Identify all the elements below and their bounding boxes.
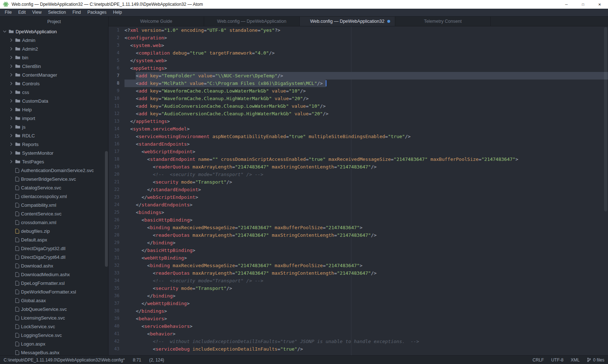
- tree-folder-controls[interactable]: Controls: [0, 79, 108, 88]
- code-line-3[interactable]: <system.web>: [124, 42, 608, 49]
- file-path[interactable]: C:\inetpub\DPE_1.11.149.0\DpeWebApplicat…: [4, 357, 125, 363]
- line-number[interactable]: 39: [109, 315, 119, 322]
- line-number[interactable]: 8: [109, 80, 119, 87]
- line-number[interactable]: 7: [109, 72, 119, 80]
- tab-welcome-guide[interactable]: Welcome Guide: [109, 17, 204, 26]
- code-line-34[interactable]: <!-- <security mode="Transport" /> -->: [124, 277, 608, 284]
- menu-selection[interactable]: Selection: [45, 9, 69, 16]
- line-number[interactable]: 12: [109, 110, 119, 117]
- chevron-icon[interactable]: [9, 116, 13, 120]
- chevron-icon[interactable]: [9, 134, 13, 138]
- line-number[interactable]: 1: [109, 26, 119, 34]
- line-number[interactable]: 25: [109, 209, 119, 216]
- menu-packages[interactable]: Packages: [84, 9, 110, 16]
- tree-file-browserbridgeservice-svc[interactable]: BrowserBridgeService.svc: [0, 175, 108, 183]
- line-number[interactable]: 11: [109, 102, 119, 110]
- line-number[interactable]: 3: [109, 42, 119, 49]
- encoding-indicator[interactable]: UTF-8: [551, 357, 563, 363]
- line-number[interactable]: 18: [109, 155, 119, 163]
- tree-file-clientaccesspolicy-xml[interactable]: clientaccesspolicy.xml: [0, 192, 108, 201]
- line-number-gutter[interactable]: 1234567891011121314151617181920212223242…: [109, 26, 124, 355]
- code-line-20[interactable]: <!-- <security mode="Transport" /> -->: [124, 171, 608, 178]
- code-line-41[interactable]: <behavior>: [124, 330, 608, 338]
- tree-file-authenticationdomainservice2-svc[interactable]: AuthenticationDomainService2.svc: [0, 166, 108, 175]
- code-line-2[interactable]: <configuration>: [124, 34, 608, 42]
- grammar-indicator[interactable]: XML: [571, 357, 580, 363]
- line-number[interactable]: 32: [109, 262, 119, 269]
- line-number[interactable]: 28: [109, 231, 119, 239]
- line-number[interactable]: 22: [109, 186, 119, 193]
- line-number[interactable]: 15: [109, 133, 119, 140]
- chevron-icon[interactable]: [9, 160, 13, 164]
- code-line-22[interactable]: </standardEndpoint>: [124, 186, 608, 193]
- line-number[interactable]: 38: [109, 307, 119, 315]
- tree-file-messagebus-ashx[interactable]: MessageBus.ashx: [0, 348, 108, 355]
- code-line-21[interactable]: <security mode="Transport"/>: [124, 178, 608, 186]
- line-number[interactable]: 30: [109, 247, 119, 254]
- code-line-24[interactable]: </standardEndpoints>: [124, 201, 608, 209]
- line-number[interactable]: 2: [109, 34, 119, 42]
- tree-file-crossdomain-xml[interactable]: crossdomain.xml: [0, 218, 108, 227]
- minimize-button[interactable]: ─: [558, 0, 575, 9]
- tree-file-dpelogformatter-xsl[interactable]: DpeLogFormatter.xsl: [0, 279, 108, 287]
- code-line-4[interactable]: <compilation debug="true" targetFramewor…: [124, 49, 608, 57]
- code-line-27[interactable]: <binding maxReceivedMessageSize="2147483…: [124, 224, 608, 231]
- tree-file-loggingservice-svc[interactable]: LoggingService.svc: [0, 331, 108, 339]
- line-number[interactable]: 26: [109, 216, 119, 224]
- tree-file-catalogservice-svc[interactable]: CatalogService.svc: [0, 183, 108, 192]
- tree-scrollbar-thumb[interactable]: [105, 151, 108, 267]
- line-number[interactable]: 35: [109, 284, 119, 292]
- tree-folder-js[interactable]: js: [0, 123, 108, 131]
- code-line-42[interactable]: <!-- without includeExceptionDetailInFau…: [124, 338, 608, 345]
- close-button[interactable]: ✕: [591, 0, 608, 9]
- line-number[interactable]: 33: [109, 269, 119, 277]
- tree-file-lockservice-svc[interactable]: LockService.svc: [0, 322, 108, 331]
- tree-folder-systemmonitor[interactable]: SystemMonitor: [0, 149, 108, 157]
- tree-folder-admin[interactable]: Admin: [0, 36, 108, 44]
- tree-file-download-ashx[interactable]: Download.ashx: [0, 261, 108, 270]
- line-number[interactable]: 29: [109, 239, 119, 247]
- code-line-33[interactable]: <readerQuotas maxArrayLength="2147483647…: [124, 269, 608, 277]
- tree-file-directdigacrypt32-dll[interactable]: DirectDigaCrypt32.dll: [0, 244, 108, 253]
- git-status[interactable]: 0 files: [587, 357, 604, 363]
- tree-file-contentservice-svc[interactable]: ContentService.svc: [0, 209, 108, 218]
- tree-file-downloadmedium-ashx[interactable]: DownloadMedium.ashx: [0, 270, 108, 279]
- tree-folder-bin[interactable]: bin: [0, 53, 108, 62]
- text-editor[interactable]: 1234567891011121314151617181920212223242…: [109, 26, 608, 355]
- code-line-6[interactable]: <appSettings>: [124, 64, 608, 72]
- chevron-icon[interactable]: [9, 108, 13, 112]
- code-line-11[interactable]: <add key="AudioConversionCache.Cleanup.L…: [124, 102, 608, 110]
- tree-file-licensingservice-svc[interactable]: LicensingService.svc: [0, 313, 108, 322]
- code-line-1[interactable]: <?xml version="1.0" encoding="UTF-8" sta…: [124, 26, 608, 34]
- tree-file-directdigacrypt64-dll[interactable]: DirectDigaCrypt64.dll: [0, 253, 108, 261]
- editor-scrollbar-thumb[interactable]: [604, 27, 607, 211]
- tree-file-logon-aspx[interactable]: Logon.aspx: [0, 339, 108, 348]
- tab-web-config-dpewebapplication32[interactable]: Web.config — DpeWebApplication32: [300, 17, 395, 26]
- line-number[interactable]: 10: [109, 95, 119, 102]
- code-line-32[interactable]: <binding maxReceivedMessageSize="2147483…: [124, 262, 608, 269]
- line-number[interactable]: 34: [109, 277, 119, 284]
- chevron-icon[interactable]: [9, 64, 13, 68]
- line-number[interactable]: 6: [109, 64, 119, 72]
- tree-file-global-asax[interactable]: Global.asax: [0, 296, 108, 305]
- tree-file-default-aspx[interactable]: Default.aspx: [0, 235, 108, 244]
- chevron-icon[interactable]: [9, 90, 13, 94]
- line-number[interactable]: 20: [109, 171, 119, 178]
- line-number[interactable]: 19: [109, 163, 119, 171]
- chevron-icon[interactable]: [3, 30, 7, 34]
- code-line-29[interactable]: </binding>: [124, 239, 608, 247]
- code-line-8[interactable]: <add key="MclPath" value="C:\Program Fil…: [124, 80, 608, 87]
- tree-folder-admin2[interactable]: Admin2: [0, 44, 108, 53]
- maximize-button[interactable]: □: [575, 0, 591, 9]
- code-line-19[interactable]: <readerQuotas maxArrayLength="2147483647…: [124, 163, 608, 171]
- line-number[interactable]: 36: [109, 292, 119, 300]
- menu-find[interactable]: Find: [69, 9, 84, 16]
- chevron-icon[interactable]: [9, 99, 13, 103]
- code-line-16[interactable]: <standardEndpoints>: [124, 140, 608, 148]
- line-number[interactable]: 37: [109, 300, 119, 307]
- line-number[interactable]: 4: [109, 49, 119, 57]
- code-line-36[interactable]: </binding>: [124, 292, 608, 300]
- menu-help[interactable]: Help: [110, 9, 125, 16]
- tree-file-jobqueueservice-svc[interactable]: JobQueueService.svc: [0, 305, 108, 313]
- cursor-position[interactable]: 8:71: [133, 357, 141, 363]
